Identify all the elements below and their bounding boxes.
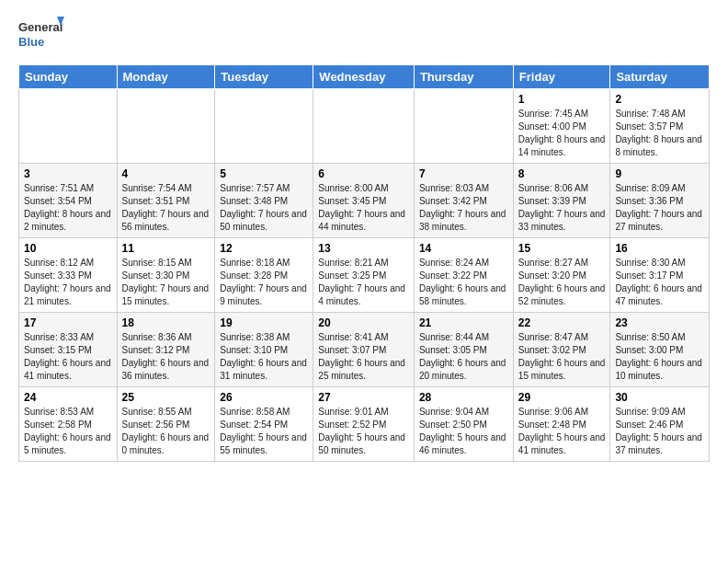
week-row-1: 1Sunrise: 7:45 AM Sunset: 4:00 PM Daylig… — [19, 89, 710, 164]
calendar-cell: 28Sunrise: 9:04 AM Sunset: 2:50 PM Dayli… — [414, 387, 513, 462]
calendar-cell: 14Sunrise: 8:24 AM Sunset: 3:22 PM Dayli… — [414, 238, 513, 313]
calendar-cell: 3Sunrise: 7:51 AM Sunset: 3:54 PM Daylig… — [19, 164, 118, 238]
day-info: Sunrise: 8:33 AM Sunset: 3:15 PM Dayligh… — [24, 331, 112, 383]
weekday-header-tuesday: Tuesday — [215, 65, 313, 89]
calendar-cell — [117, 89, 215, 164]
logo: General Blue — [18, 15, 64, 55]
day-number: 5 — [220, 167, 308, 180]
calendar-cell: 6Sunrise: 8:00 AM Sunset: 3:45 PM Daylig… — [313, 164, 415, 238]
calendar-cell — [19, 89, 118, 164]
day-info: Sunrise: 7:57 AM Sunset: 3:48 PM Dayligh… — [220, 182, 308, 234]
day-number: 20 — [318, 316, 409, 329]
calendar-cell — [414, 89, 513, 164]
day-info: Sunrise: 8:55 AM Sunset: 2:56 PM Dayligh… — [122, 406, 210, 457]
weekday-header-friday: Friday — [513, 65, 610, 89]
day-info: Sunrise: 8:24 AM Sunset: 3:22 PM Dayligh… — [419, 257, 508, 308]
calendar-cell: 7Sunrise: 8:03 AM Sunset: 3:42 PM Daylig… — [414, 164, 513, 238]
calendar-cell: 24Sunrise: 8:53 AM Sunset: 2:58 PM Dayli… — [19, 387, 118, 462]
calendar-cell: 23Sunrise: 8:50 AM Sunset: 3:00 PM Dayli… — [610, 313, 710, 387]
day-info: Sunrise: 8:00 AM Sunset: 3:45 PM Dayligh… — [318, 182, 409, 234]
calendar-cell: 10Sunrise: 8:12 AM Sunset: 3:33 PM Dayli… — [19, 238, 118, 313]
calendar-cell: 22Sunrise: 8:47 AM Sunset: 3:02 PM Dayli… — [513, 313, 610, 387]
day-number: 3 — [24, 167, 112, 180]
day-number: 2 — [615, 93, 704, 106]
day-number: 11 — [122, 242, 210, 255]
day-info: Sunrise: 8:27 AM Sunset: 3:20 PM Dayligh… — [518, 257, 606, 308]
header: General Blue — [18, 15, 710, 55]
day-number: 18 — [122, 316, 210, 329]
calendar-cell: 19Sunrise: 8:38 AM Sunset: 3:10 PM Dayli… — [215, 313, 313, 387]
day-number: 23 — [615, 316, 704, 329]
day-number: 30 — [615, 391, 704, 404]
calendar-cell: 11Sunrise: 8:15 AM Sunset: 3:30 PM Dayli… — [117, 238, 215, 313]
day-info: Sunrise: 8:12 AM Sunset: 3:33 PM Dayligh… — [24, 257, 112, 308]
day-number: 22 — [518, 316, 606, 329]
calendar-cell: 1Sunrise: 7:45 AM Sunset: 4:00 PM Daylig… — [513, 89, 610, 164]
day-info: Sunrise: 8:36 AM Sunset: 3:12 PM Dayligh… — [122, 331, 210, 383]
week-row-2: 3Sunrise: 7:51 AM Sunset: 3:54 PM Daylig… — [19, 164, 710, 238]
day-number: 1 — [518, 93, 606, 106]
day-number: 6 — [318, 167, 409, 180]
day-number: 17 — [24, 316, 112, 329]
calendar-cell — [215, 89, 313, 164]
day-info: Sunrise: 8:21 AM Sunset: 3:25 PM Dayligh… — [318, 257, 409, 308]
weekday-header-monday: Monday — [117, 65, 215, 89]
calendar-cell: 4Sunrise: 7:54 AM Sunset: 3:51 PM Daylig… — [117, 164, 215, 238]
day-number: 4 — [122, 167, 210, 180]
weekday-header-thursday: Thursday — [414, 65, 513, 89]
day-info: Sunrise: 7:48 AM Sunset: 3:57 PM Dayligh… — [615, 108, 704, 159]
day-info: Sunrise: 8:38 AM Sunset: 3:10 PM Dayligh… — [220, 331, 308, 383]
calendar-cell: 17Sunrise: 8:33 AM Sunset: 3:15 PM Dayli… — [19, 313, 118, 387]
day-info: Sunrise: 8:18 AM Sunset: 3:28 PM Dayligh… — [220, 257, 308, 308]
day-number: 29 — [518, 391, 606, 404]
weekday-header-sunday: Sunday — [19, 65, 118, 89]
calendar-cell: 27Sunrise: 9:01 AM Sunset: 2:52 PM Dayli… — [313, 387, 415, 462]
day-info: Sunrise: 9:01 AM Sunset: 2:52 PM Dayligh… — [318, 406, 409, 457]
weekday-header-row: SundayMondayTuesdayWednesdayThursdayFrid… — [19, 65, 710, 89]
svg-text:Blue: Blue — [18, 35, 44, 49]
day-number: 26 — [220, 391, 308, 404]
day-number: 10 — [24, 242, 112, 255]
week-row-3: 10Sunrise: 8:12 AM Sunset: 3:33 PM Dayli… — [19, 238, 710, 313]
weekday-header-saturday: Saturday — [610, 65, 710, 89]
day-number: 15 — [518, 242, 606, 255]
calendar-cell: 30Sunrise: 9:09 AM Sunset: 2:46 PM Dayli… — [610, 387, 710, 462]
day-info: Sunrise: 8:09 AM Sunset: 3:36 PM Dayligh… — [615, 182, 704, 234]
week-row-5: 24Sunrise: 8:53 AM Sunset: 2:58 PM Dayli… — [19, 387, 710, 462]
calendar-cell: 20Sunrise: 8:41 AM Sunset: 3:07 PM Dayli… — [313, 313, 415, 387]
day-info: Sunrise: 8:03 AM Sunset: 3:42 PM Dayligh… — [419, 182, 508, 234]
day-info: Sunrise: 8:53 AM Sunset: 2:58 PM Dayligh… — [24, 406, 112, 457]
day-number: 14 — [419, 242, 508, 255]
day-number: 21 — [419, 316, 508, 329]
day-info: Sunrise: 9:04 AM Sunset: 2:50 PM Dayligh… — [419, 406, 508, 457]
day-number: 19 — [220, 316, 308, 329]
calendar-cell: 13Sunrise: 8:21 AM Sunset: 3:25 PM Dayli… — [313, 238, 415, 313]
logo-svg: General Blue — [18, 15, 64, 55]
calendar-cell: 21Sunrise: 8:44 AM Sunset: 3:05 PM Dayli… — [414, 313, 513, 387]
day-number: 13 — [318, 242, 409, 255]
day-info: Sunrise: 8:30 AM Sunset: 3:17 PM Dayligh… — [615, 257, 704, 308]
day-number: 25 — [122, 391, 210, 404]
calendar-cell — [313, 89, 415, 164]
svg-text:General: General — [18, 20, 63, 34]
day-number: 8 — [518, 167, 606, 180]
weekday-header-wednesday: Wednesday — [313, 65, 415, 89]
day-info: Sunrise: 8:50 AM Sunset: 3:00 PM Dayligh… — [615, 331, 704, 383]
day-number: 27 — [318, 391, 409, 404]
calendar-cell: 15Sunrise: 8:27 AM Sunset: 3:20 PM Dayli… — [513, 238, 610, 313]
day-info: Sunrise: 8:15 AM Sunset: 3:30 PM Dayligh… — [122, 257, 210, 308]
page: General Blue SundayMondayTuesdayWednesda… — [0, 0, 728, 471]
calendar-cell: 26Sunrise: 8:58 AM Sunset: 2:54 PM Dayli… — [215, 387, 313, 462]
calendar-cell: 16Sunrise: 8:30 AM Sunset: 3:17 PM Dayli… — [610, 238, 710, 313]
calendar-cell: 5Sunrise: 7:57 AM Sunset: 3:48 PM Daylig… — [215, 164, 313, 238]
calendar-cell: 8Sunrise: 8:06 AM Sunset: 3:39 PM Daylig… — [513, 164, 610, 238]
day-info: Sunrise: 8:44 AM Sunset: 3:05 PM Dayligh… — [419, 331, 508, 383]
day-info: Sunrise: 8:58 AM Sunset: 2:54 PM Dayligh… — [220, 406, 308, 457]
calendar: SundayMondayTuesdayWednesdayThursdayFrid… — [18, 64, 710, 462]
day-info: Sunrise: 9:09 AM Sunset: 2:46 PM Dayligh… — [615, 406, 704, 457]
day-info: Sunrise: 7:54 AM Sunset: 3:51 PM Dayligh… — [122, 182, 210, 234]
day-number: 9 — [615, 167, 704, 180]
calendar-cell: 29Sunrise: 9:06 AM Sunset: 2:48 PM Dayli… — [513, 387, 610, 462]
week-row-4: 17Sunrise: 8:33 AM Sunset: 3:15 PM Dayli… — [19, 313, 710, 387]
calendar-cell: 2Sunrise: 7:48 AM Sunset: 3:57 PM Daylig… — [610, 89, 710, 164]
